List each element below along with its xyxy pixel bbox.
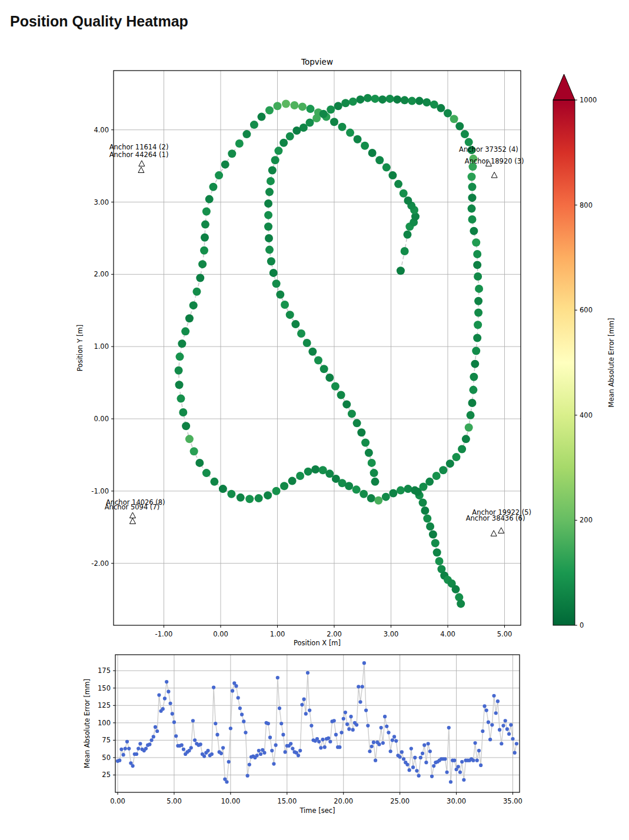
trajectory-point (458, 445, 466, 454)
timeseries-plot: 0.005.0010.0015.0020.0025.0030.0035.0025… (83, 655, 522, 815)
timeseries-point (154, 725, 157, 729)
timeseries-point (383, 715, 387, 718)
timeseries-point (488, 738, 492, 741)
trajectory-point (435, 557, 444, 565)
trajectory-point (370, 469, 378, 477)
timeseries-point (255, 754, 259, 757)
trajectory-point (308, 348, 317, 356)
trajectory-point (352, 485, 361, 494)
trajectory-point (470, 227, 478, 235)
trajectory-point (286, 311, 294, 319)
page: Position Quality Heatmap Anchor 44264 (1… (0, 0, 629, 840)
trajectory-point (473, 261, 481, 269)
trajectory-point (378, 95, 387, 104)
trajectory-point (474, 308, 482, 316)
timeseries-point (161, 707, 165, 711)
trajectory-point (267, 177, 275, 185)
trajectory-point (349, 98, 357, 106)
timeseries-point (321, 738, 324, 741)
y-tick-label: -2.00 (91, 559, 109, 568)
timeseries-point (221, 746, 225, 749)
timeseries-point (259, 752, 262, 756)
trajectory-point (325, 374, 334, 382)
timeseries-point (231, 689, 234, 692)
trajectory-point (468, 399, 476, 407)
timeseries-point (381, 741, 385, 745)
trajectory-point (457, 599, 465, 608)
trajectory-point (474, 297, 482, 305)
anchor-marker (139, 161, 145, 166)
timeseries-point (237, 696, 240, 699)
timeseries-point (347, 727, 351, 731)
trajectory-point (342, 400, 351, 408)
timeseries-point (124, 746, 127, 750)
trajectory-point (274, 146, 282, 155)
timeseries-point (490, 723, 494, 726)
timeseries-point (443, 757, 447, 761)
timeseries-point (394, 739, 398, 742)
trajectory-point (382, 164, 391, 172)
trajectory-point (401, 247, 409, 255)
trajectory-point (175, 366, 183, 375)
anchor-marker (129, 518, 135, 524)
trajectory-point (215, 171, 223, 179)
x-tick-label: 20.00 (334, 797, 353, 805)
timeseries-point (471, 759, 475, 762)
trajectory-point (219, 485, 227, 493)
timeseries-point (210, 752, 214, 756)
trajectory-point (433, 548, 441, 556)
timeseries-point (473, 741, 477, 745)
timeseries-point (284, 750, 287, 754)
timeseries-point (362, 661, 366, 665)
trajectory-point (388, 171, 397, 179)
trajectory-point (346, 129, 354, 137)
colorbar-tick-label: 800 (580, 201, 593, 209)
y-tick-label: 150 (98, 684, 111, 692)
trajectory-point (403, 231, 411, 239)
trajectory-point (421, 506, 429, 515)
timeseries-point (372, 741, 375, 744)
trajectory-point (297, 329, 305, 338)
timeseries-point (328, 740, 332, 744)
trajectory-point (386, 95, 394, 103)
trajectory-point (182, 422, 190, 430)
trajectory-point (429, 530, 437, 538)
x-tick-label: 30.00 (447, 797, 466, 805)
x-tick-label: 25.00 (390, 797, 410, 805)
trajectory-point (178, 339, 186, 348)
timeseries-point (332, 719, 336, 722)
trajectory-point (314, 356, 322, 365)
timeseries-point (267, 722, 270, 725)
trajectory-point (265, 246, 274, 254)
timeseries-point (227, 760, 231, 764)
trajectory-point (296, 472, 304, 480)
timeseries-point (298, 749, 302, 752)
trajectory-point (237, 494, 245, 502)
timeseries-point (507, 732, 511, 736)
timeseries-point (498, 728, 501, 732)
figure-canvas: Anchor 44264 (1)Anchor 11614 (2)Anchor 1… (0, 0, 629, 840)
trajectory-point (185, 435, 194, 443)
x-tick-label: 10.00 (221, 797, 240, 805)
trajectory-point (306, 105, 314, 113)
trajectory-point (185, 314, 194, 322)
trajectory-point (298, 102, 307, 111)
timeseries-point (157, 693, 161, 696)
timeseries-point (370, 745, 374, 748)
trajectory-point (195, 459, 204, 467)
timeseries-point (485, 708, 488, 712)
timeseries-point (272, 762, 275, 765)
timeseries-point (119, 748, 123, 751)
trajectory-point (269, 269, 278, 277)
timeseries-point (392, 735, 396, 738)
trajectory-point (353, 419, 361, 427)
timeseries-point (492, 694, 495, 698)
trajectory-point (255, 494, 263, 502)
figure-svg: Anchor 44264 (1)Anchor 11614 (2)Anchor 1… (0, 0, 629, 840)
timeseries-point (234, 684, 238, 688)
timeseries-point (180, 744, 184, 747)
trajectory-point (189, 301, 198, 309)
timeseries-point (462, 778, 465, 782)
trajectory-point (468, 183, 476, 191)
timeseries-point (242, 719, 245, 723)
